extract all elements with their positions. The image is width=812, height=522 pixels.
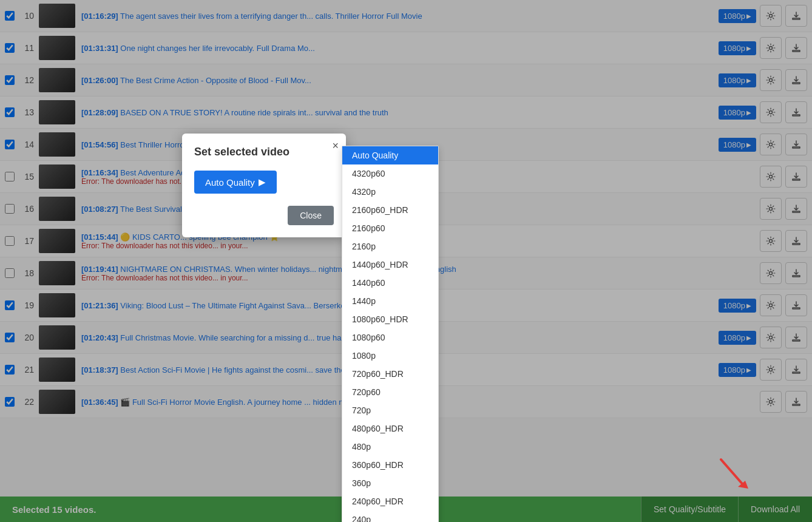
set-quality-modal: × Set selected video Auto Quality ▶ Clos…	[182, 134, 346, 237]
dropdown-item[interactable]: 1080p	[342, 347, 438, 365]
dropdown-item[interactable]: 720p	[342, 401, 438, 419]
svg-line-13	[721, 459, 742, 484]
dropdown-item[interactable]: 360p60_HDR	[342, 456, 438, 474]
dropdown-item[interactable]: 1440p60_HDR	[342, 256, 438, 274]
quality-dropdown: Auto Quality4320p604320p2160p60_HDR2160p…	[342, 146, 439, 522]
modal-close-x-button[interactable]: ×	[332, 140, 339, 152]
dropdown-item[interactable]: 1440p60	[342, 274, 438, 292]
dropdown-item[interactable]: 720p60	[342, 383, 438, 401]
dropdown-item[interactable]: 720p60_HDR	[342, 365, 438, 383]
dropdown-item[interactable]: 1440p	[342, 292, 438, 310]
modal-close-button[interactable]: Close	[288, 206, 334, 225]
dropdown-item[interactable]: 240p60_HDR	[342, 492, 438, 510]
modal-quality-arrow-icon: ▶	[259, 177, 266, 188]
dropdown-item[interactable]: 240p	[342, 510, 438, 522]
dropdown-item[interactable]: 480p	[342, 438, 438, 456]
dropdown-item[interactable]: 480p60_HDR	[342, 419, 438, 438]
dropdown-item[interactable]: 1080p60	[342, 328, 438, 347]
modal-title: Set selected video	[194, 146, 334, 158]
dropdown-item[interactable]: 2160p	[342, 237, 438, 256]
dropdown-item[interactable]: 2160p60_HDR	[342, 201, 438, 219]
dropdown-item[interactable]: 4320p60	[342, 164, 438, 183]
arrow-indicator	[715, 453, 751, 492]
dropdown-item[interactable]: 360p	[342, 474, 438, 492]
dropdown-item[interactable]: 4320p	[342, 183, 438, 201]
modal-quality-button[interactable]: Auto Quality ▶	[194, 171, 277, 194]
dropdown-item[interactable]: Auto Quality	[342, 146, 438, 164]
modal-quality-label: Auto Quality	[205, 177, 255, 188]
dropdown-item[interactable]: 2160p60	[342, 219, 438, 237]
dropdown-item[interactable]: 1080p60_HDR	[342, 310, 438, 328]
